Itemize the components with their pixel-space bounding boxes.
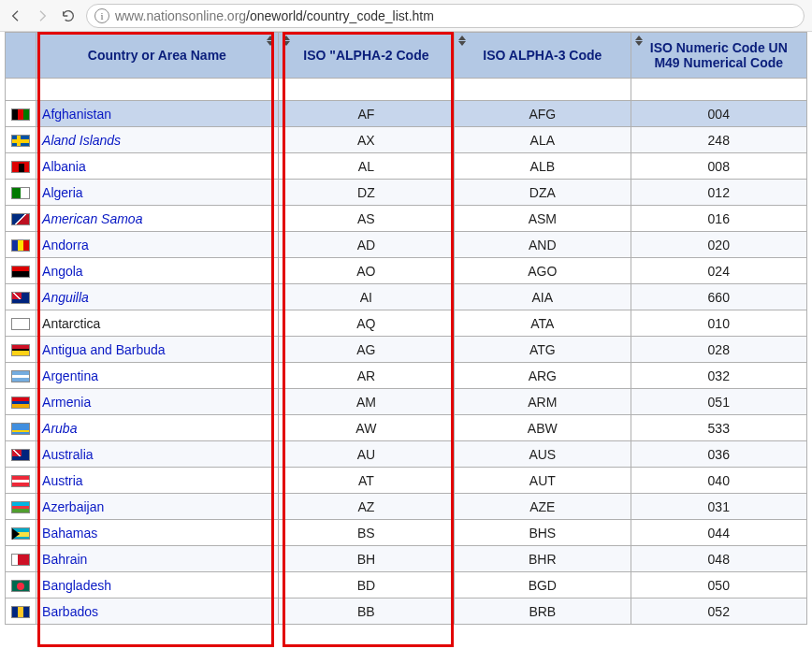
alpha3-cell: BHS: [455, 520, 631, 546]
country-link[interactable]: Argentina: [42, 368, 98, 383]
numeric-cell: 028: [631, 337, 806, 363]
alpha2-cell: AM: [278, 389, 454, 415]
alpha3-cell: ALB: [455, 153, 631, 180]
table-row: BahamasBSBHS044: [6, 520, 807, 546]
alpha3-cell: AFG: [455, 101, 631, 127]
header-flag: [6, 33, 36, 79]
country-name-cell: Andorra: [36, 232, 279, 258]
country-link[interactable]: Bahrain: [42, 552, 87, 567]
flag-cell: [6, 415, 36, 441]
table-row: AnguillaAIAIA660: [6, 284, 807, 310]
alpha3-cell: BGD: [455, 572, 631, 599]
table-row: AustraliaAUAUS036: [6, 441, 807, 468]
alpha2-cell: AO: [278, 258, 454, 284]
flag-cell: [6, 363, 36, 389]
sort-arrows-icon[interactable]: [267, 36, 274, 46]
flag-cell: [6, 389, 36, 415]
country-text: Aland Islands: [42, 133, 121, 148]
country-link[interactable]: Anguilla: [42, 290, 89, 305]
header-alpha2-label: ISO "ALPHA-2 Code: [303, 48, 428, 63]
flag-icon: [11, 318, 30, 330]
numeric-cell: 533: [631, 415, 806, 441]
country-link[interactable]: Aruba: [42, 421, 77, 436]
arrow-right-icon: [35, 8, 50, 23]
sort-arrows-icon[interactable]: [635, 36, 643, 46]
alpha2-cell: AL: [278, 153, 454, 180]
flag-icon: [11, 187, 30, 199]
url-path: /oneworld/country_code_list.htm: [246, 8, 434, 23]
flag-icon: [11, 449, 30, 461]
back-button[interactable]: [7, 7, 24, 24]
country-name-cell: Austria: [36, 468, 279, 494]
country-link[interactable]: Andorra: [42, 238, 89, 252]
flag-cell: [6, 180, 36, 206]
country-link[interactable]: Barbados: [42, 604, 98, 619]
alpha3-cell: ATG: [455, 337, 631, 363]
country-name-cell: Australia: [36, 441, 279, 468]
numeric-cell: 248: [631, 127, 806, 153]
table-row: AngolaAOAGO024: [6, 258, 807, 284]
header-country-label: Country or Area Name: [88, 48, 226, 63]
header-alpha3[interactable]: ISO ALPHA-3 Code: [455, 33, 631, 79]
address-bar[interactable]: i www.nationsonline.org/oneworld/country…: [86, 4, 805, 28]
alpha3-cell: ABW: [455, 415, 631, 441]
flag-icon: [11, 266, 30, 278]
numeric-cell: 036: [631, 441, 806, 468]
flag-icon: [11, 475, 30, 487]
numeric-cell: 050: [631, 572, 806, 599]
header-country[interactable]: Country or Area Name: [36, 33, 279, 79]
alpha3-cell: AUT: [455, 468, 631, 494]
flag-cell: [6, 599, 36, 625]
country-name-cell: Algeria: [36, 180, 279, 206]
country-link[interactable]: Azerbaijan: [42, 499, 104, 514]
country-link[interactable]: Armenia: [42, 395, 91, 410]
country-name-cell: Afghanistan: [36, 101, 279, 127]
country-link[interactable]: Austria: [42, 473, 83, 488]
sort-arrows-icon[interactable]: [283, 36, 290, 46]
table-row: American SamoaASASM016: [6, 206, 807, 232]
table-row: ArgentinaARARG032: [6, 363, 807, 389]
country-link[interactable]: Albania: [42, 159, 86, 174]
country-link[interactable]: Afghanistan: [42, 107, 111, 122]
numeric-cell: 032: [631, 363, 806, 389]
flag-icon: [11, 527, 30, 540]
numeric-cell: 040: [631, 468, 806, 494]
numeric-cell: 048: [631, 546, 806, 572]
country-link[interactable]: Algeria: [42, 185, 83, 200]
site-info-icon[interactable]: i: [94, 8, 109, 23]
country-link[interactable]: Bahamas: [42, 526, 97, 541]
numeric-cell: 024: [631, 258, 806, 284]
header-alpha2[interactable]: ISO "ALPHA-2 Code: [278, 33, 454, 79]
alpha2-cell: AU: [278, 441, 454, 468]
country-link[interactable]: American Samoa: [42, 211, 142, 226]
alpha2-cell: DZ: [278, 180, 454, 206]
reload-button[interactable]: [60, 7, 77, 24]
alpha2-cell: AZ: [278, 494, 454, 520]
sort-arrows-icon[interactable]: [458, 36, 466, 46]
alpha3-cell: ASM: [455, 206, 631, 232]
country-link[interactable]: Bangladesh: [42, 578, 111, 593]
table-row: AlgeriaDZDZA012: [6, 180, 807, 206]
forward-button[interactable]: [34, 7, 51, 24]
reload-icon: [61, 8, 76, 23]
alpha3-cell: DZA: [455, 180, 631, 206]
numeric-cell: 051: [631, 389, 806, 415]
flag-icon: [11, 213, 30, 225]
table-row: AfghanistanAFAFG004: [6, 101, 807, 127]
flag-cell: [6, 468, 36, 494]
flag-icon: [11, 108, 30, 121]
flag-cell: [6, 127, 36, 153]
flag-cell: [6, 441, 36, 468]
country-link[interactable]: Angola: [42, 264, 83, 279]
numeric-cell: 020: [631, 232, 806, 258]
table-row: ArmeniaAMARM051: [6, 389, 807, 415]
flag-cell: [6, 206, 36, 232]
country-link[interactable]: Australia: [42, 447, 93, 462]
alpha2-cell: AI: [278, 284, 454, 310]
country-link[interactable]: Antigua and Barbuda: [42, 342, 166, 357]
country-name-cell: Aland Islands: [36, 127, 279, 153]
browser-toolbar: i www.nationsonline.org/oneworld/country…: [0, 0, 812, 32]
numeric-cell: 004: [631, 101, 806, 127]
header-numeric[interactable]: ISO Numeric Code UN M49 Numerical Code: [631, 33, 806, 79]
flag-icon: [11, 370, 30, 382]
